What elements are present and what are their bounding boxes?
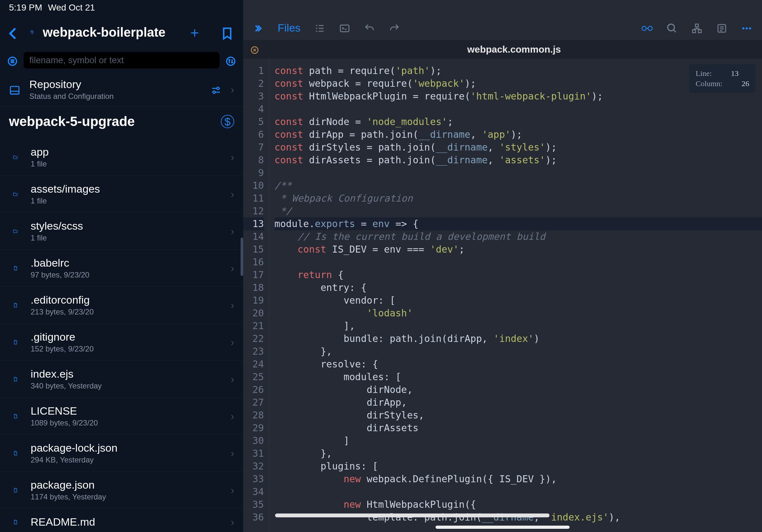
file-row[interactable]: package-lock.json294 KB, Yesterday› — [0, 435, 243, 472]
add-button[interactable]: ＋ — [188, 23, 202, 42]
chevron-right-icon: › — [231, 447, 234, 459]
file-row[interactable]: .gitignore152 bytes, 9/23/20› — [0, 324, 243, 361]
code-area[interactable]: 1234567891011121314151617181920212223242… — [243, 59, 762, 532]
sync-icon[interactable]: $ — [221, 115, 234, 128]
branch-row[interactable]: webpack-5-upgrade $ — [0, 107, 243, 139]
repository-title: Repository — [29, 78, 114, 91]
svg-point-18 — [746, 28, 748, 30]
file-meta: 1 file — [31, 196, 100, 205]
home-indicator[interactable] — [435, 526, 570, 529]
svg-rect-9 — [340, 25, 349, 32]
svg-rect-13 — [696, 24, 699, 27]
chevron-right-icon: › — [231, 516, 234, 528]
svg-rect-5 — [11, 87, 19, 94]
file-icon — [9, 376, 22, 382]
file-row[interactable]: .babelrc97 bytes, 9/23/20› — [0, 250, 243, 287]
redo-icon[interactable] — [389, 21, 400, 34]
file-icon — [9, 265, 22, 271]
chevron-right-icon: › — [231, 410, 234, 422]
file-name: README.md — [31, 516, 95, 528]
chevron-right-icon: › — [231, 373, 234, 385]
horizontal-scrollbar[interactable] — [275, 513, 550, 517]
file-name: package.json — [31, 479, 106, 491]
file-row[interactable]: README.md› — [0, 509, 243, 532]
tab-filename[interactable]: webpack.common.js — [266, 44, 762, 55]
sidebar-header: webpack-boilerplate ＋ — [0, 15, 243, 49]
svg-rect-15 — [699, 30, 701, 33]
filter-icon[interactable] — [7, 54, 18, 66]
chevron-right-icon: › — [231, 188, 234, 200]
chevron-right-icon: › — [231, 484, 234, 496]
file-row[interactable]: styles/scss1 file› — [0, 213, 243, 250]
file-row[interactable]: index.ejs340 bytes, Yesterday› — [0, 361, 243, 398]
back-button[interactable] — [6, 24, 21, 41]
editor-pane: Files — [243, 0, 762, 532]
bookmark-button[interactable] — [220, 24, 234, 40]
files-button[interactable]: Files — [277, 22, 301, 34]
file-row[interactable]: LICENSE1089 bytes, 9/23/20› — [0, 398, 243, 435]
scrollbar-thumb[interactable] — [241, 237, 243, 276]
file-meta: 213 bytes, 9/23/20 — [31, 307, 94, 316]
file-meta: 1 file — [31, 160, 49, 168]
file-name: assets/images — [31, 183, 100, 195]
folder-icon — [9, 191, 22, 197]
fingerprint-icon — [29, 30, 35, 35]
file-row[interactable]: app1 file› — [0, 139, 243, 176]
svg-rect-14 — [693, 30, 696, 33]
svg-point-11 — [648, 27, 652, 31]
file-list[interactable]: app1 file›assets/images1 file›styles/scs… — [0, 139, 243, 532]
file-meta: 1089 bytes, 9/23/20 — [31, 419, 98, 428]
file-icon — [9, 487, 22, 493]
file-icon — [9, 302, 22, 308]
file-row[interactable]: assets/images1 file› — [0, 176, 243, 213]
branch-name: webpack-5-upgrade — [9, 114, 135, 129]
tab-bar: webpack.common.js — [243, 40, 762, 59]
search-input[interactable] — [24, 52, 219, 69]
file-name: .babelrc — [31, 257, 89, 269]
svg-point-8 — [213, 91, 215, 94]
file-name: styles/scss — [31, 220, 83, 232]
expand-icon[interactable] — [253, 21, 264, 34]
svg-point-17 — [742, 28, 744, 30]
repo-settings-icon[interactable] — [210, 83, 222, 96]
svg-point-7 — [217, 87, 219, 90]
editor-toolbar: Files — [243, 15, 762, 40]
undo-icon[interactable] — [364, 21, 375, 34]
project-title: webpack-boilerplate — [43, 25, 166, 39]
file-meta: 152 bytes, 9/23/20 — [31, 345, 94, 353]
more-icon[interactable] — [741, 21, 752, 34]
file-row[interactable]: .editorconfig213 bytes, 9/23/20› — [0, 287, 243, 324]
file-name: .gitignore — [31, 331, 94, 343]
status-time: 5:19 PM — [9, 3, 42, 13]
chevron-right-icon: › — [231, 225, 234, 237]
file-meta: 97 bytes, 9/23/20 — [31, 270, 89, 279]
sort-icon[interactable] — [225, 54, 236, 66]
file-meta: 294 KB, Yesterday — [31, 455, 117, 464]
chevron-right-icon: › — [231, 262, 234, 274]
svg-point-4 — [227, 57, 235, 65]
sidebar: webpack-boilerplate ＋ Repository Status … — [0, 0, 243, 532]
close-tab-icon[interactable] — [250, 44, 259, 54]
file-meta: 1 file — [31, 233, 83, 242]
file-icon — [9, 339, 22, 345]
folder-icon — [9, 154, 22, 160]
terminal-icon[interactable] — [339, 21, 350, 34]
outline-icon[interactable] — [314, 21, 326, 34]
svg-point-12 — [668, 24, 675, 31]
chevron-right-icon: › — [231, 299, 234, 311]
file-meta: 340 bytes, Yesterday — [31, 381, 102, 390]
file-name: index.ejs — [31, 368, 102, 380]
reader-icon[interactable] — [642, 21, 653, 34]
svg-rect-6 — [11, 91, 19, 94]
svg-point-19 — [749, 28, 751, 30]
search-icon[interactable] — [666, 21, 678, 34]
code-content[interactable]: const path = require('path');const webpa… — [269, 59, 762, 532]
file-icon — [9, 519, 22, 525]
file-name: app — [31, 146, 49, 158]
wrap-icon[interactable] — [716, 21, 727, 34]
symbols-icon[interactable] — [691, 21, 703, 34]
file-row[interactable]: package.json1174 bytes, Yesterday› — [0, 472, 243, 509]
file-icon — [9, 413, 22, 419]
repository-row[interactable]: Repository Status and Configuration › — [0, 72, 243, 107]
chevron-right-icon: › — [231, 336, 234, 348]
